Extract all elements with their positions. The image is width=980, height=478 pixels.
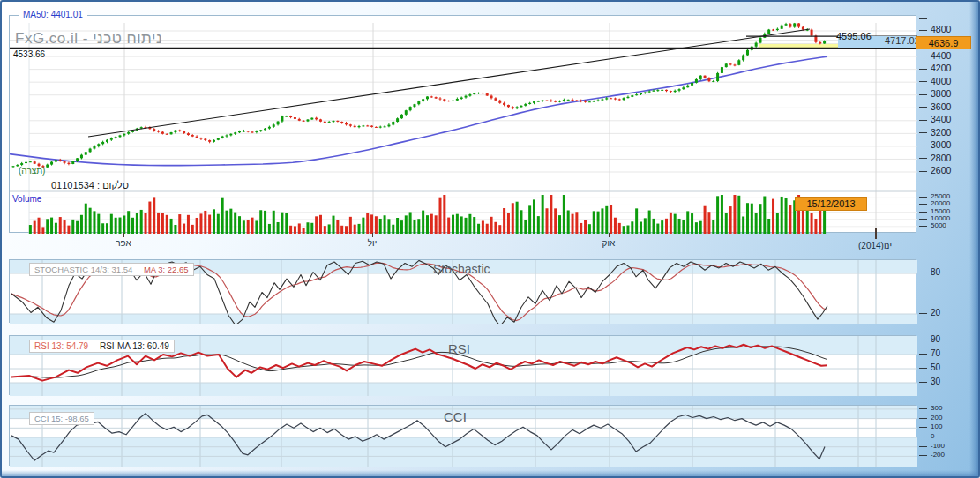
axis-tick xyxy=(919,340,927,340)
rsi-legend: RSI 13: 54.79 RSI-MA 13: 60.49 xyxy=(29,340,175,353)
window-right-edge xyxy=(969,2,980,478)
x-axis-label: (2014)ינו xyxy=(850,241,900,250)
axis-tick xyxy=(919,427,927,428)
y-axis-label: -100 xyxy=(931,442,945,450)
axis-tick xyxy=(919,437,927,437)
axis-tick xyxy=(919,408,927,409)
window-bottom-edge xyxy=(2,470,980,478)
x-axis-label: יול xyxy=(348,238,397,248)
axis-tick xyxy=(919,313,927,314)
page-title: FxG.co.il - ניתוח טכני xyxy=(15,30,162,48)
axis-tick xyxy=(919,204,927,205)
y-axis-label: 2600 xyxy=(931,165,951,176)
y-axis-label: 50 xyxy=(931,362,940,372)
chart-window: MA50: 4401.01 FxG.co.il - ניתוח טכני 453… xyxy=(0,0,980,478)
axis-tick xyxy=(919,158,927,159)
volume-bars-layer xyxy=(29,195,826,234)
x-axis-label: אוק xyxy=(584,238,633,248)
support-level-label: 4533.66 xyxy=(13,49,45,59)
x-axis-label: אפר xyxy=(99,238,148,248)
x-axis-tick xyxy=(875,228,877,239)
y-axis-label: 3000 xyxy=(931,139,951,150)
cci-title: CCI xyxy=(444,409,467,424)
price-volume-chart[interactable] xyxy=(10,16,917,234)
pattern-annotation: (תצרה) xyxy=(19,166,45,176)
axis-tick xyxy=(919,146,927,146)
upper-price-label: 4717.02 xyxy=(885,35,920,46)
axis-tick xyxy=(919,446,927,447)
rsi-title: RSI xyxy=(448,341,470,356)
cci-value-label: CCI 15: -98.65 xyxy=(34,414,89,423)
axis-tick xyxy=(919,56,927,56)
y-axis-label: 30 xyxy=(931,377,940,386)
ma50-line xyxy=(10,56,827,166)
axis-tick xyxy=(919,455,927,456)
y-axis-label: 3600 xyxy=(931,101,951,112)
threshold-band xyxy=(10,383,917,396)
y-axis-label: 4000 xyxy=(931,76,951,86)
ma50-value-label: MA50: 4401.01 xyxy=(19,10,87,19)
axis-tick xyxy=(919,354,927,355)
y-axis-label: 200 xyxy=(931,414,942,422)
axis-tick xyxy=(919,418,927,419)
date-badge: 15/12/2013 xyxy=(795,197,867,211)
instrument-label: 01101534 : סלקום xyxy=(51,180,129,190)
last-price-box: 4636.9 xyxy=(916,36,971,49)
stochastic-ma-label: MA 3: 22.65 xyxy=(144,265,189,274)
axis-tick xyxy=(919,18,927,19)
axis-tick xyxy=(919,212,927,213)
y-axis-label: 100 xyxy=(931,422,942,430)
main-chart-panel[interactable]: MA50: 4401.01 FxG.co.il - ניתוח טכני 453… xyxy=(9,15,916,233)
threshold-band xyxy=(10,437,917,467)
y-axis-label: 3800 xyxy=(931,88,951,99)
y-axis-label: 4400 xyxy=(931,50,951,61)
x-axis-tick xyxy=(609,233,610,237)
axis-tick xyxy=(919,69,927,70)
threshold-band xyxy=(10,314,917,324)
cci-legend: CCI 15: -98.65 xyxy=(29,412,94,425)
y-axis-label: 5000 xyxy=(931,221,946,229)
axis-tick xyxy=(919,120,927,121)
axis-tick xyxy=(919,81,927,82)
axis-tick xyxy=(919,219,927,220)
y-axis-label: 0 xyxy=(931,432,934,440)
y-axis-label: -200 xyxy=(931,451,945,459)
axis-tick xyxy=(919,30,927,31)
stochastic-legend: STOCHASTIC 14/3: 31.54 MA 3: 22.65 xyxy=(29,263,194,276)
stochastic-panel[interactable]: STOCHASTIC 14/3: 31.54 MA 3: 22.65 Stoch… xyxy=(9,259,916,323)
y-axis-label: 4800 xyxy=(931,24,951,34)
rsi-panel[interactable]: RSI 13: 54.79 RSI-MA 13: 60.49 RSI xyxy=(9,335,916,395)
resistance-price-label: 4595.06 xyxy=(836,31,872,41)
y-axis-label: 90 xyxy=(931,334,940,344)
axis-tick xyxy=(919,273,927,273)
volume-panel-label: Volume xyxy=(12,194,41,204)
axis-tick xyxy=(919,226,927,227)
y-axis-label: 3400 xyxy=(931,114,951,124)
axis-tick xyxy=(919,197,927,198)
x-axis-tick xyxy=(372,233,373,237)
y-axis-label: 80 xyxy=(931,267,940,277)
cci-panel[interactable]: CCI 15: -98.65 CCI xyxy=(9,405,916,466)
rsi-ma-label: RSI-MA 13: 60.49 xyxy=(100,341,169,351)
axis-tick xyxy=(919,107,927,108)
axis-tick xyxy=(919,171,927,172)
stochastic-value-label: STOCHASTIC 14/3: 31.54 xyxy=(34,265,132,274)
y-axis-label: 20 xyxy=(931,308,940,317)
axis-tick xyxy=(919,368,927,369)
x-axis-tick xyxy=(123,233,124,237)
axis-tick xyxy=(919,94,927,95)
axis-tick xyxy=(919,132,927,133)
y-axis-label: 2800 xyxy=(931,153,951,163)
y-axis-label: 300 xyxy=(931,404,942,412)
y-axis-label: 70 xyxy=(931,348,940,358)
rsi-value-label: RSI 13: 54.79 xyxy=(34,341,88,351)
y-axis-label: 3200 xyxy=(931,127,951,138)
stochastic-title: Stochastic xyxy=(433,262,490,276)
axis-tick xyxy=(919,382,927,383)
y-axis-label: 4200 xyxy=(931,63,951,73)
